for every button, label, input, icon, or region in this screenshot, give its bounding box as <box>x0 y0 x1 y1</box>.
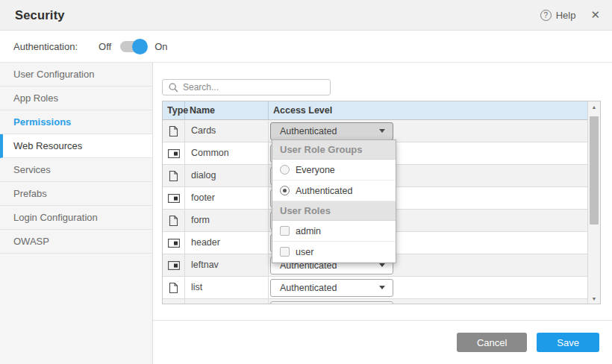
name-cell: header <box>185 232 269 254</box>
checkbox-icon[interactable] <box>280 226 290 236</box>
cancel-button[interactable]: Cancel <box>457 333 527 352</box>
search-box <box>162 79 331 95</box>
content-area: User ConfigurationApp RolesPermissionsWe… <box>0 63 612 364</box>
help-button[interactable]: ? Help <box>540 10 576 21</box>
page-icon <box>169 215 178 227</box>
authentication-label: Authentication: <box>13 41 78 52</box>
access-level-cell: Authenticated <box>269 277 587 298</box>
dropdown-section-header: User Role Groups <box>272 140 396 160</box>
sidebar-item-permissions[interactable]: Permissions <box>0 110 152 134</box>
radio-icon[interactable] <box>280 165 290 175</box>
column-header-access-level: Access Level <box>269 101 587 119</box>
type-cell <box>163 120 185 142</box>
dialog-footer: Cancel Save <box>153 320 612 364</box>
name-cell <box>185 299 269 304</box>
dropdown-section-header: User Roles <box>272 201 396 221</box>
search-row <box>153 63 612 101</box>
page-title: Security <box>15 8 540 22</box>
sidebar-item-services[interactable]: Services <box>0 158 152 182</box>
help-icon: ? <box>540 10 552 21</box>
table-scrollbar[interactable]: ▲ ▼ <box>587 101 600 304</box>
partial-icon <box>168 261 180 270</box>
partial-icon <box>168 149 180 158</box>
table-row: listAuthenticated <box>163 277 587 299</box>
resources-table: Type Name Access Level CardsAuthenticate… <box>162 101 601 304</box>
header-actions: ? Help ✕ <box>540 8 600 22</box>
caret-down-icon <box>379 286 385 289</box>
type-cell <box>163 142 185 164</box>
authentication-row: Authentication: Off On <box>0 31 612 63</box>
toggle-off-label: Off <box>99 41 111 52</box>
name-cell: footer <box>185 187 269 209</box>
table-header-row: Type Name Access Level <box>163 101 587 120</box>
name-cell: form <box>185 210 269 231</box>
page-icon <box>169 170 178 182</box>
toggle-on-label: On <box>154 41 167 52</box>
help-label: Help <box>556 10 576 21</box>
close-icon[interactable]: ✕ <box>590 8 600 22</box>
sidebar-item-app-roles[interactable]: App Roles <box>0 87 152 110</box>
caret-down-icon <box>379 129 385 133</box>
radio-selected-icon[interactable] <box>280 186 290 195</box>
name-cell: Common <box>185 142 269 164</box>
access-level-value: Authenticated <box>280 283 337 293</box>
web-resources-panel: Type Name Access Level CardsAuthenticate… <box>153 63 612 364</box>
dialog-header: Security ? Help ✕ <box>0 0 612 31</box>
dropdown-option-label: user <box>296 247 313 257</box>
name-cell: Cards <box>185 120 269 142</box>
access-level-cell: Authenticated <box>269 120 587 142</box>
name-cell: leftnav <box>185 254 269 276</box>
name-cell: list <box>185 277 269 298</box>
access-level-cell <box>269 299 587 304</box>
scrollbar-thumb[interactable] <box>590 116 599 225</box>
security-dialog: Security ? Help ✕ Authentication: Off On… <box>0 0 612 364</box>
type-cell <box>163 232 185 254</box>
partial-icon <box>168 239 180 248</box>
sidebar-item-prefabs[interactable]: Prefabs <box>0 182 152 206</box>
search-icon <box>169 83 178 92</box>
column-header-type: Type <box>163 101 185 119</box>
caret-down-icon <box>379 263 385 267</box>
access-level-select[interactable]: Authenticated <box>270 279 393 297</box>
access-level-value: Authenticated <box>280 126 337 136</box>
access-level-select[interactable] <box>270 301 393 304</box>
partial-icon <box>168 194 180 203</box>
page-icon <box>169 282 178 294</box>
dropdown-option-admin[interactable]: admin <box>272 221 396 242</box>
dropdown-option-everyone[interactable]: Everyone <box>272 160 396 181</box>
name-cell: dialog <box>185 165 269 186</box>
dropdown-option-label: admin <box>296 226 321 236</box>
dropdown-option-label: Everyone <box>296 165 335 175</box>
authentication-toggle[interactable] <box>120 41 146 52</box>
type-cell <box>163 254 185 276</box>
type-cell <box>163 187 185 209</box>
column-header-name: Name <box>185 101 269 119</box>
type-cell <box>163 210 185 231</box>
search-input[interactable] <box>183 82 324 92</box>
sidebar-item-owasp[interactable]: OWASP <box>0 230 152 254</box>
table-row <box>163 299 587 304</box>
type-cell <box>163 299 185 304</box>
dropdown-option-user[interactable]: user <box>272 242 396 263</box>
dropdown-option-label: Authenticated <box>296 186 352 196</box>
scrollbar-up-icon[interactable]: ▲ <box>588 101 600 112</box>
sidebar-item-user-configuration[interactable]: User Configuration <box>0 63 152 87</box>
type-cell <box>163 277 185 298</box>
toggle-knob <box>132 39 148 54</box>
access-level-select[interactable]: Authenticated <box>270 122 393 140</box>
access-level-dropdown-panel: User Role GroupsEveryoneAuthenticatedUse… <box>272 139 396 263</box>
page-icon <box>169 125 178 137</box>
sidebar-item-web-resources[interactable]: Web Resources <box>0 134 152 158</box>
type-cell <box>163 165 185 186</box>
settings-sidebar: User ConfigurationApp RolesPermissionsWe… <box>0 63 153 364</box>
checkbox-icon[interactable] <box>280 247 290 257</box>
scrollbar-down-icon[interactable]: ▼ <box>588 293 600 304</box>
save-button[interactable]: Save <box>537 333 599 352</box>
sidebar-item-login-configuration[interactable]: Login Configuration <box>0 206 152 230</box>
dropdown-option-authenticated[interactable]: Authenticated <box>272 181 396 201</box>
